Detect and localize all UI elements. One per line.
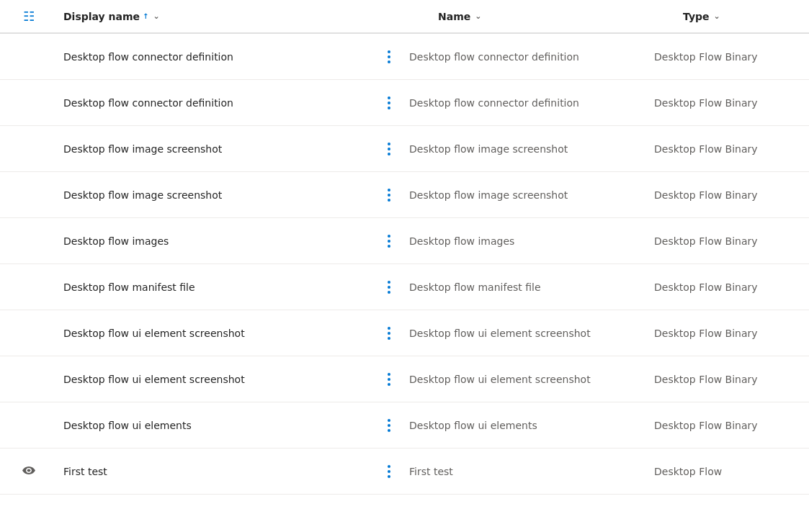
row-type: Desktop Flow Binary: [648, 86, 809, 120]
menu-dot: [388, 470, 390, 473]
menu-dot: [388, 378, 390, 381]
menu-dot: [388, 107, 390, 109]
menu-dot: [388, 419, 390, 422]
menu-dot: [388, 332, 390, 335]
context-menu-icon[interactable]: [385, 276, 393, 298]
row-display-name: Desktop flow ui element screenshot: [58, 316, 375, 351]
row-display-name: Desktop flow image screenshot: [58, 132, 375, 166]
type-sort-icon: ⌄: [714, 12, 720, 21]
row-menu-button[interactable]: [375, 461, 403, 482]
name-sort-icon: ⌄: [475, 12, 481, 21]
table-row[interactable]: First testFirst testDesktop Flow: [0, 448, 809, 495]
row-menu-button[interactable]: [375, 369, 403, 390]
header-icon-col: ☷: [0, 9, 58, 24]
menu-dot: [388, 245, 390, 248]
menu-dot: [388, 286, 390, 289]
row-display-name: Desktop flow ui element screenshot: [58, 362, 375, 397]
row-display-name: Desktop flow connector definition: [58, 40, 375, 74]
menu-dot: [388, 96, 390, 99]
row-menu-button[interactable]: [375, 323, 403, 344]
row-name: Desktop flow image screenshot: [403, 178, 648, 212]
row-menu-button[interactable]: [375, 415, 403, 436]
sort-asc-icon: ↑: [143, 13, 148, 20]
menu-dot: [388, 240, 390, 243]
row-name: Desktop flow ui element screenshot: [403, 362, 648, 397]
table-row[interactable]: Desktop flow ui element screenshotDeskto…: [0, 310, 809, 356]
row-type: Desktop Flow Binary: [648, 178, 809, 212]
menu-dot: [388, 373, 390, 376]
table-row[interactable]: Desktop flow image screenshotDesktop flo…: [0, 126, 809, 172]
sort-desc-icon: ⌄: [153, 12, 159, 21]
menu-dot: [388, 383, 390, 386]
menu-dot: [388, 143, 390, 145]
context-menu-icon[interactable]: [385, 230, 393, 252]
row-name: Desktop flow connector definition: [403, 86, 648, 120]
header-name[interactable]: Name ⌄: [432, 11, 677, 22]
context-menu-icon[interactable]: [385, 369, 393, 390]
menu-dot: [388, 60, 390, 63]
table-row[interactable]: Desktop flow connector definitionDesktop…: [0, 34, 809, 80]
table-row[interactable]: Desktop flow ui elementsDesktop flow ui …: [0, 402, 809, 448]
context-menu-icon[interactable]: [385, 461, 393, 482]
menu-dot: [388, 291, 390, 294]
row-display-name: Desktop flow image screenshot: [58, 178, 375, 212]
row-name: Desktop flow connector definition: [403, 40, 648, 74]
row-type: Desktop Flow Binary: [648, 40, 809, 74]
menu-dot: [388, 235, 390, 238]
menu-dot: [388, 327, 390, 330]
row-name: Desktop flow ui element screenshot: [403, 316, 648, 351]
row-type: Desktop Flow Binary: [648, 224, 809, 258]
header-type[interactable]: Type ⌄: [677, 11, 809, 22]
row-display-name: First test: [58, 454, 375, 489]
data-table: ☷ Display name ↑ ⌄ Name ⌄ Type ⌄ Desktop…: [0, 0, 809, 495]
menu-dot: [388, 102, 390, 104]
table-row[interactable]: Desktop flow image screenshotDesktop flo…: [0, 172, 809, 218]
row-display-name: Desktop flow images: [58, 224, 375, 258]
table-row[interactable]: Desktop flow manifest fileDesktop flow m…: [0, 264, 809, 310]
context-menu-icon[interactable]: [385, 138, 393, 160]
row-name: Desktop flow manifest file: [403, 270, 648, 305]
table-row[interactable]: Desktop flow connector definitionDesktop…: [0, 80, 809, 126]
eye-icon: [22, 464, 35, 478]
menu-dot: [388, 148, 390, 150]
row-menu-button[interactable]: [375, 92, 403, 114]
context-menu-icon[interactable]: [385, 415, 393, 436]
row-icon-cell: [0, 464, 58, 478]
menu-dot: [388, 424, 390, 427]
row-type: Desktop Flow Binary: [648, 270, 809, 305]
display-name-header-label: Display name: [63, 11, 140, 22]
menu-dot: [388, 194, 390, 197]
row-type: Desktop Flow Binary: [648, 316, 809, 351]
row-display-name: Desktop flow manifest file: [58, 270, 375, 305]
table-header: ☷ Display name ↑ ⌄ Name ⌄ Type ⌄: [0, 0, 809, 34]
row-display-name: Desktop flow connector definition: [58, 86, 375, 120]
name-header-label: Name: [438, 11, 470, 22]
table-body: Desktop flow connector definitionDesktop…: [0, 34, 809, 495]
row-name: First test: [403, 454, 648, 489]
context-menu-icon[interactable]: [385, 323, 393, 344]
row-name: Desktop flow ui elements: [403, 408, 648, 443]
menu-dot: [388, 189, 390, 191]
row-menu-button[interactable]: [375, 184, 403, 206]
context-menu-icon[interactable]: [385, 184, 393, 206]
context-menu-icon[interactable]: [385, 46, 393, 68]
type-header-label: Type: [683, 11, 710, 22]
menu-dot: [388, 337, 390, 340]
header-display-name[interactable]: Display name ↑ ⌄: [58, 11, 403, 22]
menu-dot: [388, 55, 390, 58]
row-menu-button[interactable]: [375, 46, 403, 68]
menu-dot: [388, 199, 390, 202]
row-menu-button[interactable]: [375, 138, 403, 160]
row-name: Desktop flow images: [403, 224, 648, 258]
row-type: Desktop Flow Binary: [648, 408, 809, 443]
context-menu-icon[interactable]: [385, 92, 393, 114]
row-type: Desktop Flow Binary: [648, 362, 809, 397]
table-row[interactable]: Desktop flow imagesDesktop flow imagesDe…: [0, 218, 809, 264]
table-row[interactable]: Desktop flow ui element screenshotDeskto…: [0, 356, 809, 402]
row-menu-button[interactable]: [375, 276, 403, 298]
menu-dot: [388, 465, 390, 468]
row-menu-button[interactable]: [375, 230, 403, 252]
menu-dot: [388, 281, 390, 284]
row-display-name: Desktop flow ui elements: [58, 408, 375, 443]
menu-dot: [388, 475, 390, 478]
